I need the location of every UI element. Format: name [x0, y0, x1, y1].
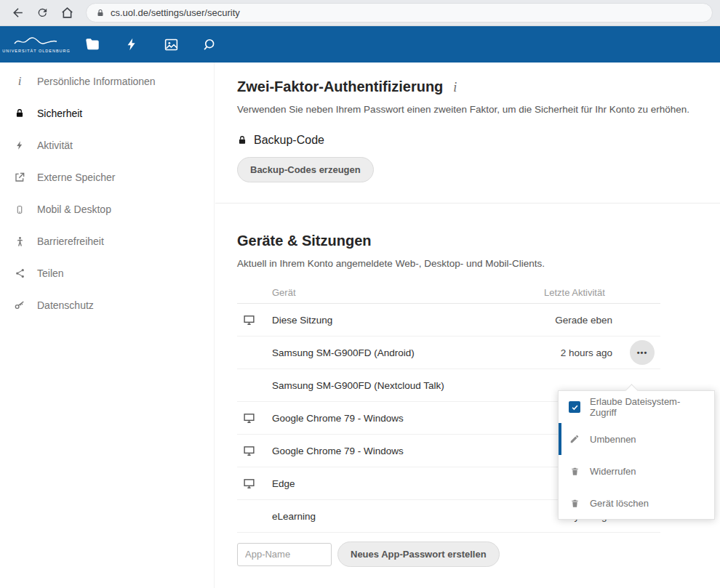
twofactor-description: Verwenden Sie neben Ihrem Passwort einen… [237, 104, 698, 115]
sidebar-item-accessibility[interactable]: Barrierefreiheit [0, 225, 214, 257]
url-text: cs.uol.de/settings/user/security [111, 7, 240, 18]
backup-code-label: Backup-Code [254, 134, 324, 147]
trash-icon [569, 466, 580, 477]
back-button[interactable] [7, 3, 28, 23]
app: cs.uol.de/settings/user/security UNIVERS… [0, 0, 720, 588]
checkbox-checked-icon[interactable] [569, 401, 580, 413]
info-icon: i [13, 74, 26, 89]
sidebar-item-label: Mobil & Desktop [37, 204, 111, 215]
sidebar-item-external-storage[interactable]: Externe Speicher [0, 161, 214, 193]
browser-toolbar: cs.uol.de/settings/user/security [0, 0, 720, 26]
home-icon [60, 6, 74, 20]
lock-icon [237, 134, 247, 146]
device-name: Diese Sitzung [272, 315, 544, 326]
sidebar-item-label: Aktivität [37, 140, 73, 151]
app-password-form: Neues App-Passwort erstellen [237, 541, 698, 567]
device-name: Edge [272, 478, 544, 489]
desktop-icon [237, 445, 272, 457]
app-name-input[interactable] [237, 543, 332, 566]
sidebar-item-label: Externe Speicher [37, 172, 115, 183]
lightning-icon [124, 37, 139, 52]
trash-icon [569, 498, 580, 509]
table-row: Samsung SM-G900FD (Android) 2 hours ago … [237, 337, 660, 369]
sidebar-item-label: Persönliche Informationen [37, 76, 156, 87]
device-activity: Gerade eben [544, 315, 624, 326]
files-app-button[interactable] [73, 26, 112, 63]
devices-title: Geräte & Sitzungen [237, 233, 698, 249]
device-name: eLearning [272, 511, 544, 522]
back-arrow-icon [11, 6, 25, 20]
twofactor-title-text: Zwei-Faktor-Authentifizierung [237, 78, 443, 95]
devices-description: Aktuell in Ihrem Konto angemeldete Web-,… [237, 258, 698, 269]
info-icon[interactable]: i [453, 80, 457, 95]
device-name: Google Chrome 79 - Windows [272, 446, 544, 456]
menu-item-label: Widerrufen [590, 466, 636, 477]
twofactor-title: Zwei-Faktor-Authentifizierung i [237, 78, 698, 95]
generate-backup-codes-button[interactable]: Backup-Codes erzeugen [237, 157, 374, 182]
activity-app-button[interactable] [112, 26, 151, 63]
lock-icon [13, 108, 26, 119]
sidebar-item-sharing[interactable]: Teilen [0, 257, 214, 289]
logo-text: UNIVERSITÄT OLDENBURG [2, 49, 71, 53]
accessibility-icon [13, 235, 26, 248]
menu-item-label: Gerät löschen [590, 498, 649, 509]
key-icon [13, 299, 26, 311]
menu-item-filesystem-access[interactable]: Erlaube Dateisystem-Zugriff [559, 391, 714, 423]
menu-item-rename[interactable]: Umbennen [559, 423, 714, 455]
menu-item-label: Erlaube Dateisystem-Zugriff [590, 396, 704, 418]
refresh-button[interactable] [32, 3, 52, 23]
refresh-icon [36, 7, 49, 19]
table-row: Diese Sitzung Gerade eben [237, 304, 660, 337]
uni-oldenburg-logo[interactable]: UNIVERSITÄT OLDENBURG [0, 26, 73, 63]
logo-signature-icon [13, 36, 60, 47]
menu-item-revoke[interactable]: Widerrufen [559, 455, 714, 487]
sidebar-item-label: Datenschutz [37, 299, 94, 311]
folder-icon [84, 36, 100, 52]
table-header: Gerät Letzte Aktivität [237, 282, 660, 304]
sidebar-item-activity[interactable]: Aktivität [0, 129, 214, 161]
section-divider [215, 203, 720, 204]
sidebar-item-label: Sicherheit [37, 108, 82, 119]
menu-item-delete-device[interactable]: Gerät löschen [559, 487, 714, 519]
desktop-icon [237, 314, 272, 326]
nextcloud-header: UNIVERSITÄT OLDENBURG [0, 26, 720, 63]
menu-item-label: Umbennen [590, 434, 636, 445]
pencil-icon [569, 434, 580, 444]
photos-icon [164, 37, 179, 52]
address-bar[interactable]: cs.uol.de/settings/user/security [86, 3, 713, 23]
external-storage-icon [13, 172, 26, 183]
desktop-icon [237, 478, 272, 490]
sidebar-item-privacy[interactable]: Datenschutz [0, 289, 214, 321]
settings-sidebar: i Persönliche Informationen Sicherheit A… [0, 63, 215, 588]
device-activity: 2 hours ago [544, 347, 624, 358]
search-icon [203, 37, 217, 52]
column-header-device: Gerät [272, 287, 544, 298]
desktop-icon [237, 412, 272, 424]
ssl-lock-icon [96, 8, 105, 18]
sidebar-item-security[interactable]: Sicherheit [0, 97, 214, 129]
sidebar-item-label: Teilen [37, 267, 64, 279]
sidebar-item-label: Barrierefreiheit [37, 235, 104, 247]
backup-code-heading: Backup-Code [237, 134, 698, 147]
search-button[interactable] [191, 26, 230, 63]
sidebar-item-personal-info[interactable]: i Persönliche Informationen [0, 65, 214, 97]
mobile-icon [13, 204, 26, 216]
home-button[interactable] [57, 3, 77, 23]
photos-app-button[interactable] [151, 26, 191, 63]
share-icon [13, 267, 26, 279]
device-name: Samsung SM-G900FD (Android) [272, 347, 544, 358]
device-name: Samsung SM-G900FD (Nextcloud Talk) [272, 380, 544, 391]
sidebar-item-mobile-desktop[interactable]: Mobil & Desktop [0, 193, 214, 225]
create-app-password-button[interactable]: Neues App-Passwort erstellen [337, 541, 500, 567]
device-name: Google Chrome 79 - Windows [272, 413, 544, 424]
device-actions-button[interactable]: ••• [630, 340, 655, 365]
lightning-icon [13, 140, 26, 151]
device-actions-menu: Erlaube Dateisystem-Zugriff Umbennen Wid… [558, 390, 715, 520]
column-header-activity: Letzte Aktivität [544, 287, 624, 298]
